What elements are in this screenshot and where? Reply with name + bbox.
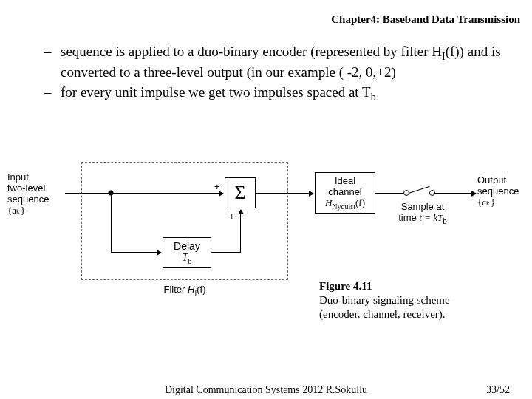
text: Tb bbox=[183, 252, 192, 265]
summer-block: Σ bbox=[225, 177, 256, 208]
caption-body: Duo-binary signaling scheme (encoder, ch… bbox=[319, 294, 450, 320]
output-label: Output sequence {cₖ} bbox=[477, 175, 529, 208]
text: Ideal bbox=[335, 175, 355, 186]
wire bbox=[256, 193, 313, 194]
text: Sample at bbox=[401, 201, 445, 212]
plus-sign: + bbox=[214, 181, 220, 192]
sigma-symbol: Σ bbox=[234, 182, 245, 204]
sampler-label: Sample at time t = kTb bbox=[386, 202, 460, 225]
text: Input bbox=[7, 171, 29, 183]
wire bbox=[111, 193, 112, 252]
bullet-text: sequence is applied to a duo-binary enco… bbox=[61, 43, 510, 82]
bullet-text: for every unit impulse we get two impuls… bbox=[61, 83, 510, 104]
delay-block: Delay Tb bbox=[163, 237, 211, 268]
text: Filter bbox=[164, 284, 188, 295]
plus-sign: + bbox=[229, 211, 235, 222]
wire bbox=[211, 252, 240, 253]
text: two-level bbox=[7, 183, 45, 194]
text: H bbox=[188, 284, 194, 295]
text: sequence is applied to a duo-binary enco… bbox=[61, 44, 442, 59]
filter-label: Filter HI(f) bbox=[137, 284, 233, 297]
bullet-list: – sequence is applied to a duo-binary en… bbox=[44, 43, 510, 106]
caption-title: Figure 4.11 bbox=[319, 280, 372, 292]
text: for every unit impulse we get two impuls… bbox=[61, 84, 371, 100]
page-number: 33/52 bbox=[486, 384, 510, 396]
wire bbox=[375, 193, 405, 194]
input-label: Input two-level sequence {aₖ} bbox=[7, 172, 65, 216]
bullet-item: – sequence is applied to a duo-binary en… bbox=[44, 43, 510, 82]
text: {aₖ} bbox=[7, 205, 25, 216]
wire bbox=[240, 210, 241, 253]
wire bbox=[65, 193, 223, 194]
bullet-dash: – bbox=[44, 43, 61, 82]
footer-center: Digital Communication Systems 2012 R.Sok… bbox=[165, 384, 367, 396]
channel-block: Ideal channel HNyquist(f) bbox=[315, 172, 375, 214]
bullet-dash: – bbox=[44, 83, 61, 104]
text: Delay bbox=[174, 240, 200, 252]
subscript: b bbox=[371, 91, 376, 102]
text: channel bbox=[328, 186, 362, 197]
text: (f) bbox=[197, 284, 205, 295]
text: Output bbox=[477, 174, 506, 185]
text: sequence bbox=[7, 194, 49, 205]
bullet-item: – for every unit impulse we get two impu… bbox=[44, 83, 510, 104]
text: HNyquist(f) bbox=[325, 197, 365, 211]
switch-arm bbox=[409, 186, 430, 194]
wire bbox=[434, 193, 476, 194]
text: sequence bbox=[477, 185, 519, 197]
text: time t = kTb bbox=[398, 212, 447, 223]
figure-caption: Figure 4.11 Duo-binary signaling scheme … bbox=[319, 279, 474, 321]
text: {cₖ} bbox=[477, 197, 495, 208]
chapter-header: Chapter4: Baseband Data Transmission bbox=[331, 13, 520, 26]
wire bbox=[111, 252, 161, 253]
